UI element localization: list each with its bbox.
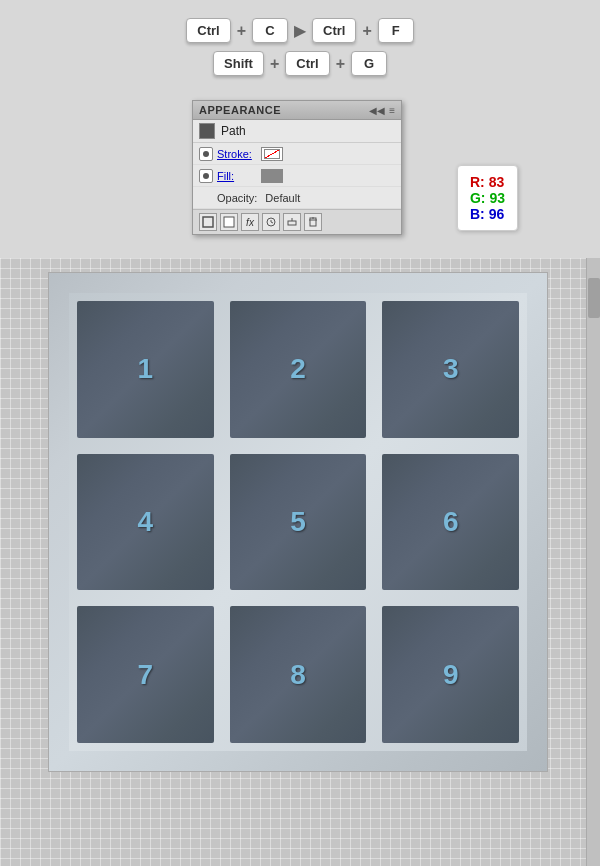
path-swatch: [199, 123, 215, 139]
color-readout: R: 83 G: 93 B: 96: [457, 165, 518, 231]
fill-eye-dot: [203, 173, 209, 179]
grid-cell-7[interactable]: 7: [69, 598, 222, 751]
delete-button[interactable]: [304, 213, 322, 231]
svg-rect-7: [310, 218, 316, 226]
grid-cell-9[interactable]: 9: [374, 598, 527, 751]
cell-number-6: 6: [443, 506, 459, 538]
opacity-label: Opacity:: [217, 192, 257, 204]
shortcut-row-1: Ctrl + C ▶ Ctrl + F: [186, 18, 413, 43]
grid-cell-4[interactable]: 4: [69, 446, 222, 599]
canvas-scrollbar[interactable]: [586, 258, 600, 866]
cell-inner-7: 7: [77, 606, 214, 743]
panel-titlebar: APPEARANCE ◀◀ ≡: [193, 101, 401, 120]
grid-cell-8[interactable]: 8: [222, 598, 375, 751]
fill-visibility-toggle[interactable]: [199, 169, 213, 183]
add-fill-button[interactable]: [220, 213, 238, 231]
key-ctrl-3[interactable]: Ctrl: [285, 51, 329, 76]
clock-button[interactable]: [262, 213, 280, 231]
grid-cell-3[interactable]: 3: [374, 293, 527, 446]
fx-button[interactable]: fx: [241, 213, 259, 231]
plus-symbol-3: +: [270, 55, 279, 73]
key-ctrl-2[interactable]: Ctrl: [312, 18, 356, 43]
fill-row: Fill:: [193, 165, 401, 187]
cell-inner-1: 1: [77, 301, 214, 438]
grid-cell-6[interactable]: 6: [374, 446, 527, 599]
key-ctrl-1[interactable]: Ctrl: [186, 18, 230, 43]
plus-symbol-4: +: [336, 55, 345, 73]
cell-inner-5: 5: [230, 454, 367, 591]
cell-inner-6: 6: [382, 454, 519, 591]
key-f[interactable]: F: [378, 18, 414, 43]
cell-number-8: 8: [290, 659, 306, 691]
path-label: Path: [221, 124, 246, 138]
key-g[interactable]: G: [351, 51, 387, 76]
eye-dot: [203, 151, 209, 157]
shortcut-row-2: Shift + Ctrl + G: [213, 51, 387, 76]
cell-inner-8: 8: [230, 606, 367, 743]
svg-rect-0: [203, 217, 213, 227]
arrow-symbol: ▶: [294, 21, 306, 40]
opacity-row: Opacity: Default: [193, 187, 401, 209]
plus-symbol-2: +: [362, 22, 371, 40]
key-shift[interactable]: Shift: [213, 51, 264, 76]
cell-number-9: 9: [443, 659, 459, 691]
cell-inner-4: 4: [77, 454, 214, 591]
svg-rect-5: [288, 221, 296, 225]
panel-path-row: Path: [193, 120, 401, 143]
svg-rect-1: [224, 217, 234, 227]
cell-inner-2: 2: [230, 301, 367, 438]
cell-number-5: 5: [290, 506, 306, 538]
cell-inner-3: 3: [382, 301, 519, 438]
panel-controls: ◀◀ ≡: [369, 105, 395, 116]
plus-symbol-1: +: [237, 22, 246, 40]
appearance-panel: APPEARANCE ◀◀ ≡ Path Stroke: Fill: Opaci…: [192, 100, 402, 235]
panel-title: APPEARANCE: [199, 104, 281, 116]
svg-line-4: [271, 222, 273, 223]
stroke-visibility-toggle[interactable]: [199, 147, 213, 161]
cell-number-2: 2: [290, 353, 306, 385]
add-stroke-button[interactable]: [199, 213, 217, 231]
stroke-label[interactable]: Stroke:: [217, 148, 257, 160]
scrollbar-thumb: [588, 278, 600, 318]
canvas-area: 1 2 3 4 5: [0, 258, 600, 866]
artboard: 1 2 3 4 5: [48, 272, 548, 772]
stroke-row: Stroke:: [193, 143, 401, 165]
panel-menu-button[interactable]: ≡: [389, 105, 395, 116]
grid-cell-2[interactable]: 2: [222, 293, 375, 446]
stroke-swatch[interactable]: [261, 147, 283, 161]
fill-swatch[interactable]: [261, 169, 283, 183]
cell-inner-9: 9: [382, 606, 519, 743]
grid-cell-1[interactable]: 1: [69, 293, 222, 446]
stroke-swatch-inner: [264, 149, 280, 159]
grid-container: 1 2 3 4 5: [69, 293, 527, 751]
color-g-value: G: 93: [470, 190, 505, 206]
cell-number-1: 1: [138, 353, 154, 385]
fill-label[interactable]: Fill:: [217, 170, 257, 182]
panel-collapse-button[interactable]: ◀◀: [369, 105, 385, 116]
key-c[interactable]: C: [252, 18, 288, 43]
panel-bottom-toolbar: fx: [193, 209, 401, 234]
grid-cell-5[interactable]: 5: [222, 446, 375, 599]
shortcuts-area: Ctrl + C ▶ Ctrl + F Shift + Ctrl + G: [0, 18, 600, 76]
cell-number-4: 4: [138, 506, 154, 538]
color-r-value: R: 83: [470, 174, 505, 190]
cell-number-3: 3: [443, 353, 459, 385]
color-b-value: B: 96: [470, 206, 505, 222]
cell-number-7: 7: [138, 659, 154, 691]
opacity-value: Default: [265, 192, 300, 204]
scale-button[interactable]: [283, 213, 301, 231]
